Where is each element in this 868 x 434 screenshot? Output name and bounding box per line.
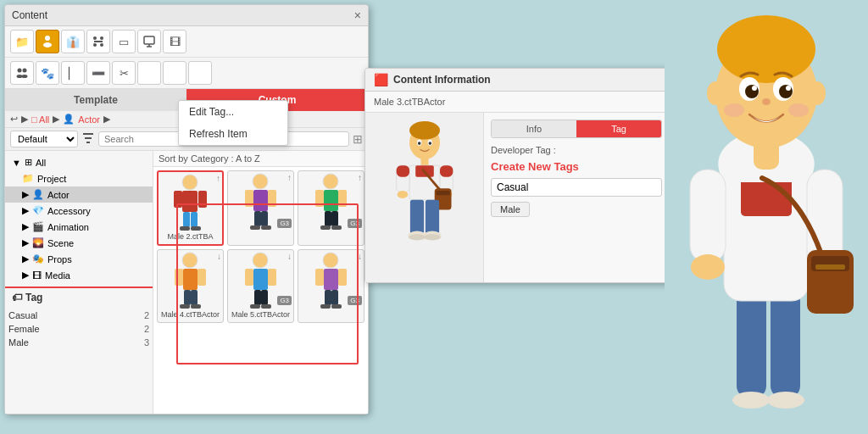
tree-item-animation[interactable]: ▶ 🎬 Animation [5,219,153,235]
close-button[interactable]: × [354,8,361,22]
tree-icon-props: 🎭 [32,253,44,264]
tree-item-props[interactable]: ▶ 🎭 Props [5,251,153,267]
grid-item-male5[interactable]: ↓ G3 Male 5. [227,249,294,323]
tie-icon[interactable]: 👔 [61,30,85,53]
filter-select[interactable]: Default [10,131,78,147]
bar-icon[interactable]: ▏ [61,61,85,85]
svg-point-93 [767,392,804,409]
svg-rect-23 [180,226,190,231]
tag-section: 🏷 Tag Casual 2 Female 2 Male 3 [5,287,153,349]
svg-point-17 [182,175,198,190]
context-menu-refresh[interactable]: Refresh Item [179,123,287,145]
tree-expand-animation: ▶ [22,221,29,232]
tree-item-actor[interactable]: ▶ 👤 Actor [5,186,153,203]
svg-rect-30 [261,211,268,226]
info-panel-header: 🟥 Content Information [365,69,669,92]
shape-icon[interactable]: ▭ [112,30,136,53]
svg-point-57 [323,253,338,268]
svg-rect-28 [268,190,276,207]
tag-female-item[interactable]: Female 2 [5,322,153,336]
tag-chip-male[interactable]: Male [491,202,530,217]
svg-rect-21 [183,212,190,227]
tag-input[interactable] [491,178,662,197]
filter-options-icon[interactable]: ⊞ [353,132,363,146]
tab-template[interactable]: Template [5,89,186,111]
monitor-icon[interactable] [137,30,161,53]
svg-point-115 [788,103,809,117]
reel-icon[interactable]: 🎞 [163,30,186,53]
folder-icon[interactable]: 📁 [10,30,34,53]
grid-item-6[interactable]: ↓ G3 [298,249,364,323]
developer-tag-label: Developer Tag : [491,145,662,155]
grid-item-male2[interactable]: ↑ Male 2.ctTBA [157,170,224,246]
breadcrumb-all[interactable]: □ All [31,114,49,125]
tree-label-scene: Scene [47,238,74,248]
info-subject: Male 3.ctTBActor [365,92,669,113]
tab-tag[interactable]: Tag [576,120,661,137]
tree-item-project[interactable]: 📁 Project [5,170,153,186]
tab-info[interactable]: Info [492,120,576,137]
tree-label-all: All [36,158,46,168]
svg-rect-35 [315,190,324,207]
svg-rect-31 [250,225,260,230]
svg-point-78 [397,191,408,198]
down-arrow-icon-6: ↓ [358,252,362,261]
tree-item-scene[interactable]: ▶ 🌄 Scene [5,235,153,251]
back-icon[interactable]: ↩ [10,114,18,125]
context-menu-edit-tag[interactable]: Edit Tag... [179,101,287,123]
svg-rect-34 [324,190,338,211]
tree-panel: ▼ ⊞ All 📁 Project ▶ 👤 Actor ▶ 💎 Accessor… [5,151,153,414]
animal-icon[interactable]: 🐾 [36,61,59,85]
svg-rect-101 [815,264,845,270]
svg-rect-61 [325,290,331,305]
minus-icon[interactable]: ➖ [86,61,110,85]
info-tabs-area: Info Tag Developer Tag : Create New Tags… [484,113,669,282]
svg-point-70 [428,142,431,145]
create-tags-title: Create New Tags [491,160,662,173]
tree-label-project: Project [37,174,66,184]
tree-label-props: Props [47,254,72,264]
svg-rect-71 [420,158,428,165]
empty2-icon [163,61,186,85]
grid-badge-3: G3 [348,219,362,228]
tree-expand-actor: ▶ [22,189,29,200]
content-panel-header: Content × [5,5,368,26]
toolbar-row-1: 📁 👔 ▭ 🎞 [5,26,368,58]
grid-badge-6: G3 [348,296,362,305]
grid-item-2[interactable]: ↑ G3 [227,170,294,246]
tree-expand-props: ▶ [22,253,29,264]
filter-icon [81,131,95,147]
tree-icon-accessory: 💎 [32,205,44,216]
tag-casual-item[interactable]: Casual 2 [5,309,153,322]
breadcrumb-actor[interactable]: Actor [78,114,100,125]
grid-item-3[interactable]: ↑ G3 [298,170,364,246]
up-arrow-icon-2: ↑ [287,173,292,182]
info-panel: 🟥 Content Information Male 3.ctTBActor [364,68,670,283]
tree-item-accessory[interactable]: ▶ 💎 Accessory [5,203,153,219]
group-icon[interactable] [10,61,34,85]
svg-point-109 [745,85,759,98]
svg-rect-29 [254,211,261,226]
breadcrumb-sep1: ▶ [21,114,28,125]
svg-rect-91 [771,288,800,398]
empty3-icon [188,61,212,85]
tree-item-all[interactable]: ▼ ⊞ All [5,154,153,170]
tree-icon-all: ⊞ [25,157,32,168]
svg-point-2 [93,36,97,40]
svg-rect-46 [191,290,198,305]
actor-icon[interactable] [36,30,59,53]
grid-item-male4[interactable]: ↓ Male 4.ctTBActor [157,249,224,323]
svg-point-110 [779,85,793,98]
tag-male-label: Male [8,337,29,348]
scissors-icon[interactable]: ✂ [112,61,136,85]
svg-rect-44 [198,269,206,286]
tree-item-media[interactable]: ▶ 🎞 Media [5,267,153,283]
tag-casual-count: 2 [144,310,149,320]
svg-point-12 [17,75,23,78]
svg-point-25 [253,174,268,189]
svg-rect-24 [191,226,201,231]
tag-male-item[interactable]: Male 3 [5,336,153,349]
svg-point-13 [22,75,28,78]
bone-icon[interactable] [86,30,110,53]
svg-rect-40 [331,225,342,230]
